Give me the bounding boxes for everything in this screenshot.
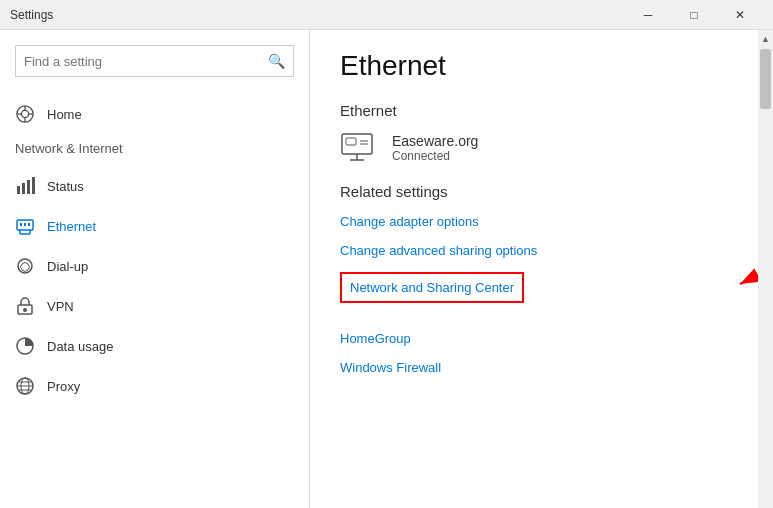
svg-rect-7 [22,183,25,194]
svg-rect-16 [28,223,30,226]
connection-name: Easeware.org [392,133,478,149]
sidebar-item-dialup[interactable]: Dial-up [0,246,309,286]
scroll-thumb[interactable] [760,49,771,109]
maximize-button[interactable]: □ [671,0,717,30]
change-sharing-link[interactable]: Change advanced sharing options [340,243,728,258]
sidebar: 🔍 Home Network & Internet [0,30,310,508]
svg-rect-14 [20,223,22,226]
svg-point-1 [21,110,28,117]
proxy-icon [15,376,35,396]
svg-point-19 [23,308,27,312]
sidebar-item-home[interactable]: Home [0,92,309,136]
monitor-icon [340,133,380,163]
app-title: Settings [10,8,625,22]
sidebar-item-status[interactable]: Status [0,166,309,206]
search-input[interactable] [24,54,268,69]
connection-item: Easeware.org Connected [340,133,728,163]
minimize-button[interactable]: ─ [625,0,671,30]
connection-info: Easeware.org Connected [392,133,478,163]
change-adapter-link[interactable]: Change adapter options [340,214,728,229]
scroll-up-button[interactable]: ▲ [758,30,773,47]
svg-rect-15 [24,223,26,226]
dialup-icon [15,256,35,276]
sidebar-item-dialup-label: Dial-up [47,259,88,274]
sidebar-section-label: Network & Internet [0,136,309,166]
sidebar-item-proxy[interactable]: Proxy [0,366,309,406]
svg-point-17 [18,259,32,273]
sidebar-item-home-label: Home [47,107,82,122]
scrollbar[interactable]: ▲ [758,30,773,508]
homegroup-link[interactable]: HomeGroup [340,331,728,346]
connection-status: Connected [392,149,478,163]
home-icon [15,104,35,124]
related-settings-title: Related settings [340,183,728,200]
search-icon: 🔍 [268,53,285,69]
svg-rect-8 [27,180,30,194]
titlebar: Settings ─ □ ✕ [0,0,773,30]
ethernet-icon [15,216,35,236]
data-usage-icon [15,336,35,356]
network-sharing-link[interactable]: Network and Sharing Center [340,272,524,303]
sidebar-item-data-usage-label: Data usage [47,339,114,354]
arrow-indicator [710,264,758,308]
svg-rect-29 [346,138,356,145]
ethernet-section-title: Ethernet [340,102,728,119]
sidebar-item-vpn-label: VPN [47,299,74,314]
sidebar-item-ethernet[interactable]: Ethernet [0,206,309,246]
app-body: 🔍 Home Network & Internet [0,30,773,508]
window-controls: ─ □ ✕ [625,0,763,30]
svg-rect-9 [32,177,35,194]
close-button[interactable]: ✕ [717,0,763,30]
main-panel: Ethernet Ethernet Easeware.org [310,30,758,508]
sidebar-item-ethernet-label: Ethernet [47,219,96,234]
sidebar-item-proxy-label: Proxy [47,379,80,394]
search-box[interactable]: 🔍 [15,45,294,77]
sidebar-item-status-label: Status [47,179,84,194]
vpn-icon [15,296,35,316]
sidebar-item-data-usage[interactable]: Data usage [0,326,309,366]
page-title: Ethernet [340,50,728,82]
status-icon [15,176,35,196]
svg-rect-6 [17,186,20,194]
windows-firewall-link[interactable]: Windows Firewall [340,360,728,375]
sidebar-item-vpn[interactable]: VPN [0,286,309,326]
